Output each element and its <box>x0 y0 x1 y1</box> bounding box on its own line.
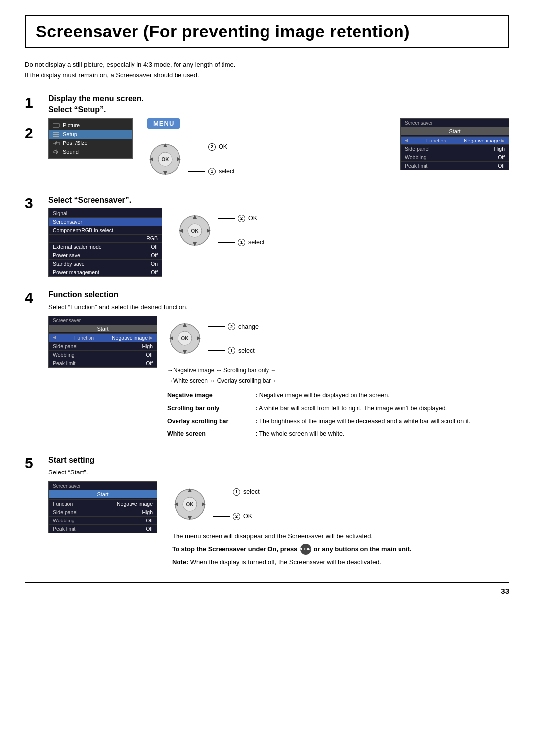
line-ok-3 <box>218 218 235 219</box>
ok-diagram-step2: OK 2 <box>147 142 235 177</box>
function-arrows: →Negative image ↔ Scrolling bar only ← →… <box>167 365 278 386</box>
ok-labels-step2: 2 OK 1 select <box>188 142 235 177</box>
step-4-content: Function selection Select “Function” and… <box>48 290 509 442</box>
ss-function-step4: ◀ Function Negative image ▶ <box>49 333 157 342</box>
sig-extscaler: External scaler mode Off <box>49 242 162 251</box>
step5-note1: The menu screen will disappear and the S… <box>172 531 411 542</box>
return-button: RETURN <box>300 544 311 555</box>
step-4-number: 4 <box>25 290 48 305</box>
ok-label-select: 1 select <box>188 168 235 175</box>
line-select <box>188 171 205 172</box>
steps-1-2: 1 2 Display the menu screen. Select “Set… <box>25 94 509 182</box>
sig-standbysave: Standby save On <box>49 259 162 268</box>
step5-note3: Note: When the display is turned off, th… <box>172 557 411 567</box>
func-desc-negative: Negative image : Negative image will be … <box>167 390 470 400</box>
step-3: 3 Select “Screensaver”. Signal Screensav… <box>25 196 509 277</box>
ss-menu-step4: Screensaver Start ◀ Function Negative im… <box>48 316 157 368</box>
step-12-titles: Display the menu screen. Select “Setup”. <box>48 94 509 114</box>
step-3-number: 3 <box>25 196 48 211</box>
ss-menu-step5: Screensaver Start Function Negative imag… <box>48 481 157 533</box>
ok-diagram-step4: OK 2 change 1 <box>167 321 259 356</box>
line-ok <box>188 147 205 147</box>
ok-label-ok-3: 2 OK <box>218 215 265 222</box>
func-desc-scrolling: Scrolling bar only : A white bar will sc… <box>167 403 470 413</box>
ok-label-select-5: 1 select <box>213 488 260 496</box>
ss-wobbling-step4: Wobbling Off <box>49 350 157 359</box>
ss-peaklimit-step5: Peak limit Off <box>49 524 157 533</box>
step-1-title: Display the menu screen. <box>48 94 509 103</box>
step-5-number: 5 <box>25 456 48 471</box>
step-3-content: Select “Screensaver”. Signal Screensaver… <box>48 196 509 277</box>
sig-signal-title: Signal <box>49 208 162 217</box>
ok-diagram-step5: OK 1 select 2 <box>172 486 411 522</box>
ss-sidepanel-step4: Side panel High <box>49 342 157 350</box>
intro-text: Do not display a still picture, especial… <box>25 60 509 81</box>
svg-text:OK: OK <box>162 157 170 162</box>
ss-start-step4: Start <box>49 325 157 332</box>
step5-note2: To stop the Screensaver under On, press … <box>172 544 411 555</box>
ok-button-svg-3: OK <box>177 213 213 248</box>
svg-rect-2 <box>53 134 59 135</box>
svg-text:OK: OK <box>191 228 199 234</box>
menu-item-setup: Setup <box>49 130 132 139</box>
ok-label-select-4: 1 select <box>208 347 259 354</box>
ss-peaklimit-row: Peak limit Off <box>401 161 509 170</box>
function-descriptions: Negative image : Negative image will be … <box>167 390 470 442</box>
ss-function-row: ◀ Function Negative image ▶ <box>401 136 509 144</box>
svg-rect-3 <box>53 136 59 137</box>
step5-right: OK 1 select 2 <box>172 481 411 568</box>
page-number: 33 <box>25 582 509 595</box>
svg-text:OK: OK <box>186 502 194 507</box>
ok-button-svg-5: OK <box>172 486 208 522</box>
ok-label-change-4: 2 change <box>208 323 259 330</box>
step-numbers: 1 2 <box>25 94 48 182</box>
ss-peaklimit-step4: Peak limit Off <box>49 359 157 367</box>
ok-label-ok: 2 OK <box>188 143 235 151</box>
menu-item-sound: Sound <box>49 147 132 156</box>
ok-button-svg: OK <box>147 142 183 177</box>
setup-menu-screen: Picture Setup Pos. /Size <box>48 118 133 159</box>
step4-ok-area: OK 2 change 1 <box>167 316 470 442</box>
ok-labels-step3: 2 OK 1 select <box>218 213 265 248</box>
menu-item-picture: Picture <box>49 121 132 130</box>
ok-label-ok-5: 2 OK <box>213 513 260 520</box>
ss-wobbling-row: Wobbling Off <box>401 153 509 161</box>
func-desc-white: White screen : The whole screen will be … <box>167 429 470 439</box>
step-4-body: Screensaver Start ◀ Function Negative im… <box>48 316 509 442</box>
step-5: 5 Start setting Select “Start”. Screensa… <box>25 456 509 567</box>
svg-rect-5 <box>55 142 59 145</box>
line-select-3 <box>218 242 235 243</box>
step-3-body: Signal Screensaver Component/RGB-in sele… <box>48 208 509 277</box>
svg-rect-4 <box>53 141 57 143</box>
sig-powersave: Power save Off <box>49 251 162 259</box>
ss-start-step5: Start <box>49 490 157 498</box>
line-select-5 <box>213 492 230 492</box>
menu-badge: MENU <box>147 118 180 129</box>
step-5-body: Screensaver Start Function Negative imag… <box>48 481 509 568</box>
ss-sidepanel-row: Side panel High <box>401 144 509 153</box>
possize-icon <box>53 141 60 145</box>
step-2-title: Select “Setup”. <box>48 105 509 114</box>
ok-diagram-step3: OK 2 OK 1 select <box>177 213 265 248</box>
sig-screensaver: Screensaver <box>49 217 162 226</box>
sound-icon <box>53 149 60 154</box>
step-2-number: 2 <box>25 125 48 141</box>
setup-icon <box>53 132 60 137</box>
ok-labels-step4: 2 change 1 select <box>208 321 259 356</box>
step-1-right: MENU OK <box>147 118 235 182</box>
menu-item-possize: Pos. /Size <box>49 139 132 147</box>
steps-1-2-content: Display the menu screen. Select “Setup”.… <box>48 94 509 182</box>
step-1-controls: MENU OK <box>147 118 235 182</box>
svg-rect-1 <box>53 132 59 133</box>
step-3-title: Select “Screensaver”. <box>48 196 509 205</box>
svg-text:OK: OK <box>181 336 189 341</box>
step-4-desc: Select “Function” and select the desired… <box>48 302 509 312</box>
step-2-left: Picture Setup Pos. /Size <box>48 118 133 159</box>
step-12-body: Picture Setup Pos. /Size <box>48 118 509 182</box>
line-ok-5 <box>213 516 230 517</box>
ss-sidepanel-step5: Side panel High <box>49 508 157 516</box>
sig-rgb: RGB <box>49 234 162 242</box>
picture-icon <box>53 123 60 128</box>
step-5-desc: Select “Start”. <box>48 468 509 477</box>
step-4-title: Function selection <box>48 290 509 299</box>
